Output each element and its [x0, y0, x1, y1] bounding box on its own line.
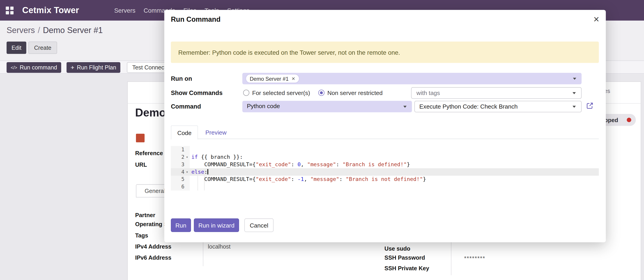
field-label-ssh-password: SSH Password	[384, 254, 425, 261]
server-color-swatch	[136, 134, 144, 142]
chip-remove-icon[interactable]: ✕	[292, 76, 295, 81]
column-divider-left	[203, 241, 204, 266]
code-token: ,	[304, 176, 310, 182]
line-number: 6	[181, 183, 184, 190]
line-number: 4	[181, 168, 184, 176]
chevron-down-icon	[573, 106, 576, 108]
fold-arrow-icon[interactable]: ▾	[184, 168, 190, 176]
field-label-reference: Reference	[135, 150, 163, 156]
command-label: Command	[171, 103, 201, 110]
editor-gutter: 6	[171, 183, 190, 190]
code-token: "exit_code"	[256, 176, 291, 182]
code-token: :	[340, 176, 346, 182]
code-token: COMMAND_RESULT={	[192, 161, 256, 167]
cancel-button[interactable]: Cancel	[244, 218, 274, 232]
breadcrumb-separator: /	[38, 26, 40, 35]
warning-alert-text: Remember: Python code is executed on the…	[178, 49, 400, 56]
nav-item-servers[interactable]: Servers	[114, 7, 136, 14]
editor-line-text[interactable]: else:	[190, 168, 208, 176]
server-chip-label: Demo Server #1	[250, 76, 288, 82]
editor-line[interactable]: 2▾if {{ branch }}:	[171, 153, 599, 161]
breadcrumb-servers[interactable]: Servers	[6, 26, 35, 35]
run-flight-plan-button[interactable]: ✈ Run Flight Plan	[66, 62, 120, 73]
line-number: 3	[181, 161, 184, 168]
code-token: :	[291, 161, 298, 167]
server-chip[interactable]: Demo Server #1 ✕	[246, 74, 300, 83]
code-token: -1	[298, 176, 304, 182]
editor-line-text[interactable]	[190, 146, 191, 154]
code-token: else	[192, 169, 204, 175]
tab-preview[interactable]: Preview	[200, 125, 232, 139]
editor-gutter: 4▾	[171, 168, 190, 176]
command-type-value: Python code	[247, 101, 280, 112]
field-label-partner: Partner	[135, 212, 155, 218]
breadcrumb: Servers/Demo Server #1	[6, 26, 103, 35]
create-button[interactable]: Create	[28, 42, 57, 54]
with-tags-placeholder: with tags	[416, 87, 440, 99]
editor-line-text[interactable]	[190, 183, 191, 190]
editor-line[interactable]: 4▾else:	[171, 168, 599, 176]
editor-line[interactable]: 6	[171, 183, 599, 190]
code-token: "Branch is not defined!"	[346, 176, 423, 182]
field-value-ipv4: localhost	[208, 243, 230, 250]
editor-line[interactable]: 3 COMMAND_RESULT={"exit_code": 0, "messa…	[171, 161, 599, 168]
editor-line[interactable]: 5 COMMAND_RESULT={"exit_code": -1, "mess…	[171, 176, 599, 183]
code-token: ,	[301, 161, 307, 167]
warning-alert: Remember: Python code is executed on the…	[171, 42, 599, 63]
run-on-field[interactable]: Demo Server #1 ✕	[242, 73, 582, 84]
breadcrumb-current: Demo Server #1	[43, 26, 103, 35]
run-command-modal: Run Command × Remember: Python code is e…	[164, 10, 606, 242]
editor-line-text[interactable]: COMMAND_RESULT={"exit_code": 0, "message…	[190, 161, 410, 168]
field-label-ipv4: IPv4 Address	[135, 243, 171, 250]
field-label-tags: Tags	[135, 232, 148, 239]
edit-button[interactable]: Edit	[6, 42, 26, 54]
radio-for-selected-servers[interactable]	[243, 90, 249, 96]
indent-guide	[204, 176, 204, 190]
code-token: "Branch is defined!"	[342, 161, 407, 167]
line-number: 2	[181, 153, 184, 161]
line-number: 1	[181, 146, 184, 154]
editor-line-text[interactable]: if {{ branch }}:	[190, 153, 243, 161]
tabs-divider	[171, 139, 599, 139]
code-token: :	[291, 176, 298, 182]
with-tags-select[interactable]: with tags	[411, 87, 582, 99]
field-label-use-sudo: Use sudo	[384, 245, 410, 252]
editor-gutter: 5	[171, 176, 190, 183]
modal-title: Run Command	[171, 16, 220, 24]
chevron-down-icon	[573, 78, 576, 80]
code-token: "exit_code"	[256, 161, 291, 167]
fold-arrow-icon[interactable]: ▾	[184, 153, 190, 161]
editor-gutter: 2▾	[171, 153, 190, 161]
command-name-select[interactable]: Execute Python Code: Check Branch	[414, 101, 582, 112]
code-token: if	[192, 154, 198, 160]
code-icon: </>	[10, 65, 17, 70]
field-label-url: URL	[135, 161, 147, 168]
radio-non-server-restricted-label[interactable]: Non server restricted	[328, 90, 383, 96]
brand-title[interactable]: Cetmix Tower	[22, 0, 79, 21]
run-in-wizard-button[interactable]: Run in wizard	[194, 218, 239, 232]
run-on-label: Run on	[171, 75, 192, 82]
run-button[interactable]: Run	[171, 218, 191, 232]
editor-gutter: 3	[171, 161, 190, 168]
run-command-button[interactable]: </> Run command	[6, 62, 61, 73]
flight-plan-icon: ✈	[71, 65, 74, 70]
tab-code[interactable]: Code	[171, 125, 198, 139]
apps-grid-icon[interactable]	[6, 7, 14, 15]
field-label-ssh-private-key: SSH Private Key	[384, 265, 429, 271]
code-editor[interactable]: 12▾if {{ branch }}:3 COMMAND_RESULT={"ex…	[171, 146, 599, 191]
close-icon[interactable]: ×	[594, 13, 599, 26]
code-editor-lines: 12▾if {{ branch }}:3 COMMAND_RESULT={"ex…	[171, 146, 599, 190]
editor-line-text[interactable]: COMMAND_RESULT={"exit_code": -1, "messag…	[190, 176, 426, 183]
line-number: 5	[181, 176, 184, 183]
radio-non-server-restricted[interactable]	[318, 90, 324, 96]
chevron-down-icon	[573, 92, 576, 94]
text-cursor	[208, 169, 208, 175]
editor-gutter: 1	[171, 146, 190, 154]
editor-line[interactable]: 1	[171, 146, 599, 154]
command-type-select[interactable]: Python code	[242, 101, 412, 112]
app-root: Cetmix Tower Servers Commands Files Tool…	[0, 0, 644, 280]
code-token: {{ branch }}:	[198, 154, 243, 160]
radio-for-selected-servers-label[interactable]: For selected server(s)	[252, 90, 310, 96]
command-name-value: Execute Python Code: Check Branch	[419, 101, 518, 112]
external-link-icon[interactable]	[586, 101, 594, 110]
